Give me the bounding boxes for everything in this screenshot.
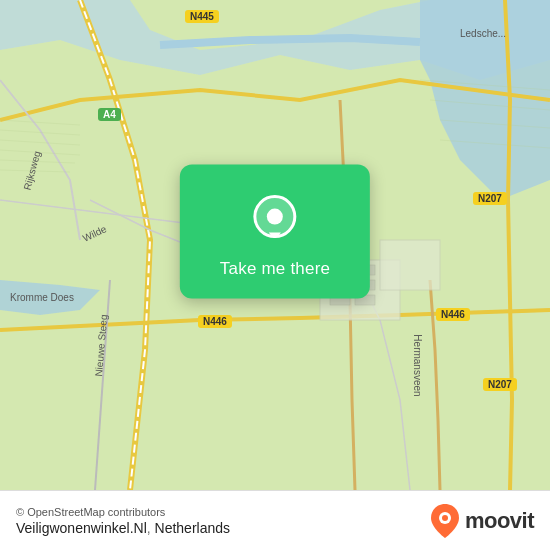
road-label-a4: A4 (98, 108, 121, 121)
take-me-there-container[interactable]: Take me there (180, 165, 370, 299)
place-label-krommedoes: Kromme Does (10, 292, 74, 303)
road-label-n207-bot: N207 (483, 378, 517, 391)
svg-rect-18 (380, 240, 440, 290)
location-name: Veiligwonenwinkel.Nl, Netherlands (16, 520, 230, 536)
moovit-text: moovit (465, 508, 534, 534)
copyright-text: © OpenStreetMap contributors (16, 506, 230, 518)
footer: © OpenStreetMap contributors Veiligwonen… (0, 490, 550, 550)
green-card[interactable]: Take me there (180, 165, 370, 299)
svg-point-22 (442, 515, 448, 521)
moovit-logo: moovit (429, 502, 534, 540)
location-pin-icon (249, 195, 301, 247)
place-label-ledsche: Ledsche... (460, 28, 506, 39)
place-label-hermansveen: Hermansveen (412, 334, 423, 396)
road-label-n445: N445 (185, 10, 219, 23)
svg-point-20 (267, 209, 283, 225)
footer-left: © OpenStreetMap contributors Veiligwonen… (16, 506, 230, 536)
moovit-pin-icon (429, 502, 461, 540)
take-me-there-button[interactable]: Take me there (220, 259, 330, 279)
road-label-n446-mid: N446 (198, 315, 232, 328)
road-label-n207-top: N207 (473, 192, 507, 205)
road-label-n446-right: N446 (436, 308, 470, 321)
map-container: N445 A4 N207 N446 N446 N207 Rijksweg Wil… (0, 0, 550, 490)
